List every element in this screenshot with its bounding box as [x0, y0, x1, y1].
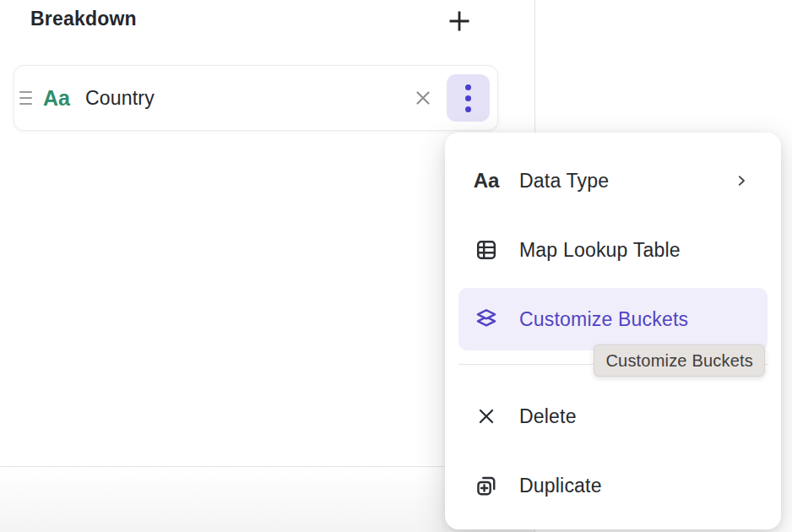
stack-icon: [474, 307, 499, 331]
menu-item-label: Duplicate: [519, 475, 602, 497]
field-options-button[interactable]: [447, 74, 490, 122]
menu-item-label: Data Type: [519, 170, 609, 193]
field-type-icon: Aa: [43, 88, 70, 109]
menu-item-map-lookup-table[interactable]: Map Lookup Table: [458, 219, 768, 281]
menu-item-duplicate[interactable]: Duplicate: [458, 454, 768, 517]
plus-icon: [446, 8, 473, 35]
copy-plus-icon: [474, 474, 499, 497]
breakdown-panel: Breakdown Aa Country: [0, 0, 792, 532]
customize-buckets-tooltip: Customize Buckets: [594, 345, 765, 377]
kebab-dots-icon: [465, 84, 471, 112]
x-icon: [474, 405, 499, 427]
table-icon: [474, 238, 499, 262]
menu-item-label: Map Lookup Table: [519, 239, 681, 262]
field-options-menu: Aa Data Type Map Lookup Table: [445, 133, 781, 529]
menu-item-data-type[interactable]: Aa Data Type: [458, 149, 768, 212]
field-label: Country: [85, 87, 155, 110]
menu-item-customize-buckets[interactable]: Customize Buckets: [458, 288, 768, 350]
breakdown-field-card: Aa Country: [14, 65, 498, 131]
remove-field-button[interactable]: [408, 83, 438, 113]
menu-item-delete[interactable]: Delete: [458, 385, 768, 448]
chevron-right-icon: [734, 173, 749, 188]
data-type-aa-icon: Aa: [474, 171, 499, 191]
drag-handle-icon[interactable]: [19, 91, 32, 105]
menu-item-label: Delete: [519, 405, 577, 428]
panel-title: Breakdown: [30, 8, 137, 30]
menu-item-label: Customize Buckets: [519, 308, 688, 331]
close-icon: [412, 87, 434, 109]
add-breakdown-button[interactable]: [442, 4, 476, 38]
